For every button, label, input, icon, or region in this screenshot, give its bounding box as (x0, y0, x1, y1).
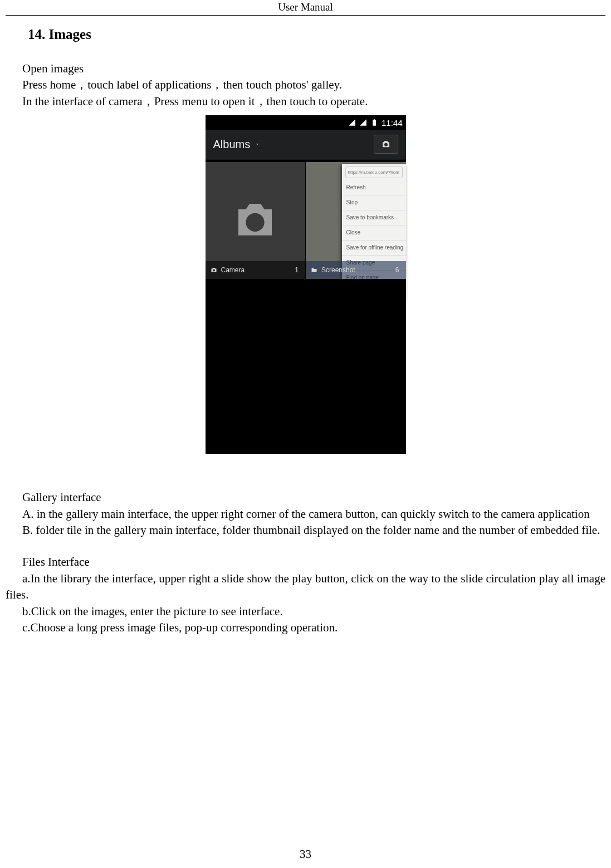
camera-button[interactable] (374, 135, 398, 154)
menu-item[interactable]: Stop (342, 195, 406, 210)
section-heading: 14. Images (28, 24, 605, 44)
album-camera-count: 1 (295, 266, 299, 275)
camera-icon (380, 139, 392, 149)
gallery-item-b: B. folder tile in the gallery main inter… (6, 522, 605, 538)
gallery-item-a: A. in the gallery main interface, the up… (6, 506, 605, 522)
album-camera-caption: Camera 1 (206, 261, 306, 279)
open-images-line2: In the interface of camera，Press menu to… (22, 94, 605, 110)
running-head: User Manual (6, 0, 605, 15)
section-number: 14. (28, 27, 45, 42)
menu-item[interactable]: Close (342, 225, 406, 240)
signal-icon (359, 119, 367, 126)
files-heading: Files Interface (6, 554, 605, 570)
title-divider (206, 159, 406, 160)
folder-icon (310, 267, 318, 273)
open-images-heading: Open images (22, 61, 605, 77)
figure-container: 11:44 Albums (6, 115, 605, 454)
albums-title: Albums (213, 136, 251, 152)
open-images-line1: Press home，touch label of applications，t… (22, 77, 605, 93)
files-item-b: b.Click on the images, enter the picture… (6, 604, 605, 620)
phone-empty-area (206, 279, 406, 454)
status-bar: 11:44 (206, 115, 406, 130)
menu-url: https://m.baidu.com/?from (345, 166, 403, 178)
status-time: 11:44 (382, 117, 403, 129)
album-screenshots-label: Screenshot (321, 266, 355, 275)
camera-placeholder-icon (227, 198, 283, 243)
section-title: Images (49, 27, 91, 42)
chevron-down-icon (255, 141, 260, 147)
album-captions: Camera 1 Screenshot 6 (206, 261, 406, 279)
title-bar-left[interactable]: Albums (213, 136, 261, 152)
menu-item[interactable]: Refresh (342, 180, 406, 195)
files-item-a: a.In the library the interface, upper ri… (6, 571, 605, 604)
app-title-bar: Albums (206, 130, 406, 159)
camera-small-icon (210, 267, 218, 273)
album-screenshots-caption: Screenshot 6 (306, 261, 406, 279)
battery-icon (370, 119, 378, 126)
page-number: 33 (0, 847, 611, 861)
menu-item[interactable]: Save to bookmarks (342, 210, 406, 225)
files-item-c: c.Choose a long press image files, pop-u… (6, 620, 605, 636)
menu-item[interactable]: Save for offline reading (342, 240, 406, 255)
album-camera-label: Camera (221, 266, 245, 275)
phone-screenshot: 11:44 Albums (206, 115, 406, 454)
gallery-heading: Gallery interface (6, 489, 605, 506)
album-screenshots-count: 6 (395, 266, 399, 275)
signal-icon (348, 119, 356, 126)
